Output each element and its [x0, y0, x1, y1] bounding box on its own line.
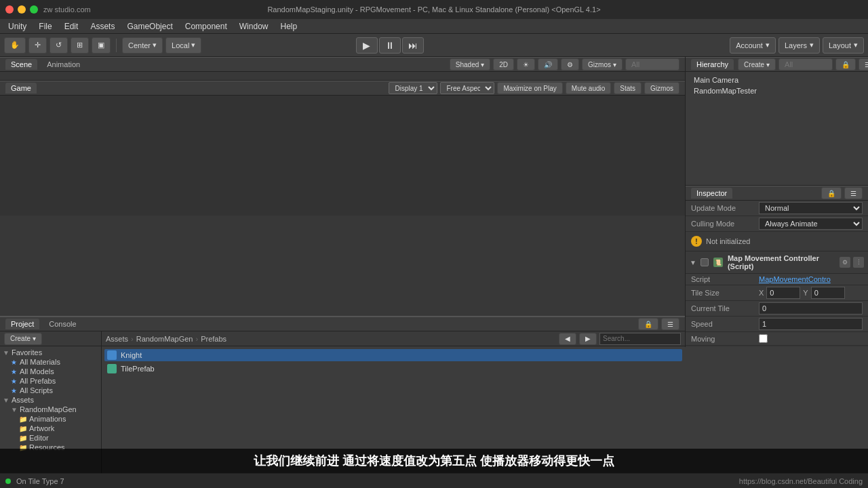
- project-create-btn[interactable]: Create ▾: [4, 333, 42, 345]
- current-tile-input[interactable]: [759, 302, 863, 314]
- hierarchy-search[interactable]: [778, 58, 833, 70]
- menu-edit[interactable]: Edit: [59, 20, 84, 33]
- tree-item-all-scripts[interactable]: ★ All Scripts: [8, 386, 101, 395]
- scale-tool[interactable]: ⊞: [71, 37, 89, 54]
- tree-item-assets[interactable]: ▼ Assets: [0, 395, 101, 405]
- hierarchy-item-camera[interactable]: Main Camera: [688, 75, 865, 85]
- component-map-movement-header[interactable]: ▼ 📜 Map Movement Controller (Script) ⚙ ⋮: [686, 251, 868, 274]
- speed-input[interactable]: [759, 318, 863, 330]
- light-button[interactable]: ☀: [517, 58, 535, 70]
- moving-checkbox[interactable]: [759, 334, 768, 343]
- shaded-label: Shaded: [456, 61, 479, 68]
- comp-settings-map[interactable]: ⚙: [840, 257, 850, 268]
- game-gizmos[interactable]: Gizmos: [644, 82, 679, 94]
- space-button[interactable]: Local ▾: [165, 37, 201, 54]
- assets-back[interactable]: ◀: [559, 333, 576, 345]
- prop-tile-size-xy: X Y: [759, 287, 863, 299]
- menu-gameobject[interactable]: GameObject: [121, 20, 178, 33]
- collapse-icon-map: ▼: [690, 259, 696, 266]
- close-button[interactable]: [5, 5, 14, 14]
- pause-button[interactable]: ⏸: [379, 37, 401, 54]
- tab-game[interactable]: Game: [5, 83, 37, 94]
- project-menu[interactable]: ☰: [661, 318, 679, 330]
- tab-inspector[interactable]: Inspector: [691, 188, 732, 199]
- tab-project[interactable]: Project: [5, 319, 39, 329]
- pivot-button[interactable]: Center ▾: [122, 37, 163, 54]
- section-blocked-tile-types[interactable]: ▼ Blocked Tile Types: [686, 346, 868, 347]
- star-icon-materials: ★: [11, 359, 17, 366]
- prop-current-tile: Current Tile: [686, 301, 868, 317]
- tab-scene[interactable]: Scene: [5, 59, 37, 70]
- inspector-menu[interactable]: ☰: [844, 187, 863, 199]
- culling-mode-dropdown[interactable]: Always Animate: [759, 218, 863, 230]
- stats-btn[interactable]: Stats: [614, 82, 642, 94]
- asset-item-knight[interactable]: Knight: [104, 349, 682, 361]
- gizmos-btn[interactable]: Gizmos ▾: [582, 58, 623, 70]
- hierarchy-lock[interactable]: 🔒: [835, 58, 856, 70]
- step-button[interactable]: ⏭: [402, 37, 424, 54]
- mute-audio[interactable]: Mute audio: [566, 82, 611, 94]
- tab-console[interactable]: Console: [43, 319, 81, 329]
- menu-file[interactable]: File: [33, 20, 57, 33]
- rotate-tool[interactable]: ↺: [50, 37, 68, 54]
- tree-item-editor[interactable]: 📁 Editor: [16, 433, 101, 443]
- layout-button[interactable]: Layout ▾: [823, 37, 864, 54]
- layers-button[interactable]: Layers ▾: [778, 37, 820, 54]
- folder-icon-anim: 📁: [19, 415, 27, 423]
- scene-search[interactable]: [625, 58, 679, 70]
- account-button[interactable]: Account ▾: [730, 37, 776, 54]
- breadcrumb-assets[interactable]: Assets: [106, 335, 128, 343]
- chevron-down-icon-5: ▾: [854, 41, 858, 49]
- tile-size-y[interactable]: [811, 287, 845, 299]
- tab-animation[interactable]: Animation: [41, 59, 85, 70]
- effects-button[interactable]: ⚙: [561, 58, 579, 70]
- minimize-button[interactable]: [18, 5, 26, 14]
- tree-item-artwork[interactable]: 📁 Artwork: [16, 424, 101, 433]
- menu-window[interactable]: Window: [234, 20, 274, 33]
- tree-item-favorites[interactable]: ▼ Favorites: [0, 348, 101, 357]
- game-aspect-dropdown[interactable]: Free Aspect: [440, 82, 494, 94]
- inspector-content: Update Mode Normal Culling Mode Always A…: [686, 201, 868, 347]
- menu-assets[interactable]: Assets: [85, 20, 120, 33]
- maximize-button[interactable]: [30, 5, 38, 14]
- inspector-lock[interactable]: 🔒: [821, 187, 842, 199]
- breadcrumb-randommapgen[interactable]: RandomMapGen: [136, 335, 193, 343]
- asset-item-tileprefab[interactable]: TilePrefab: [104, 363, 682, 375]
- tree-item-animations[interactable]: 📁 Animations: [16, 414, 101, 424]
- play-button[interactable]: ▶: [356, 37, 378, 54]
- maximize-on-play[interactable]: Maximize on Play: [497, 82, 562, 94]
- menu-component[interactable]: Component: [180, 20, 233, 33]
- move-tool[interactable]: ✛: [28, 37, 47, 54]
- script-value-map[interactable]: MapMovementContro: [759, 275, 863, 283]
- rect-tool[interactable]: ▣: [92, 37, 111, 54]
- comp-more-map[interactable]: ⋮: [853, 257, 864, 268]
- hierarchy-item-maptester[interactable]: RandomMapTester: [688, 85, 865, 96]
- tree-item-all-prefabs[interactable]: ★ All Prefabs: [8, 376, 101, 386]
- toolbar: ✋ ✛ ↺ ⊞ ▣ Center ▾ Local ▾ ▶ ⏸ ⏭ Account…: [0, 34, 868, 57]
- hand-tool[interactable]: ✋: [4, 37, 26, 54]
- menu-unity[interactable]: Unity: [3, 20, 32, 33]
- tree-item-all-models[interactable]: ★ All Models: [8, 367, 101, 376]
- update-mode-dropdown[interactable]: Normal: [759, 202, 863, 214]
- tab-hierarchy[interactable]: Hierarchy: [691, 59, 734, 70]
- toolbar-separator-1: [116, 39, 117, 52]
- project-lock[interactable]: 🔒: [638, 318, 658, 330]
- 2d-button[interactable]: 2D: [493, 58, 514, 70]
- tree-item-randommapgen[interactable]: ▼ RandomMapGen: [8, 405, 101, 414]
- assets-search[interactable]: [599, 333, 681, 345]
- tree-item-all-materials[interactable]: ★ All Materials: [8, 357, 101, 367]
- comp-name-map: Map Movement Controller (Script): [728, 254, 837, 270]
- game-panel: Game Display 1 Free Aspect Maximize on P…: [0, 80, 685, 216]
- hierarchy-menu[interactable]: ☰: [859, 58, 868, 70]
- bottom-panel-header: Project Console 🔒 ☰: [0, 317, 685, 331]
- game-display-dropdown[interactable]: Display 1: [389, 82, 437, 94]
- sound-button[interactable]: 🔊: [538, 58, 558, 70]
- shaded-dropdown[interactable]: Shaded ▾: [450, 58, 490, 70]
- breadcrumb-prefabs[interactable]: Prefabs: [201, 335, 226, 343]
- window-controls[interactable]: [5, 5, 38, 14]
- menu-help[interactable]: Help: [275, 20, 302, 33]
- tile-size-x[interactable]: [766, 287, 800, 299]
- comp-enable-map[interactable]: [701, 258, 709, 266]
- assets-forward[interactable]: ▶: [579, 333, 597, 345]
- hierarchy-create-btn[interactable]: Create ▾: [738, 58, 776, 70]
